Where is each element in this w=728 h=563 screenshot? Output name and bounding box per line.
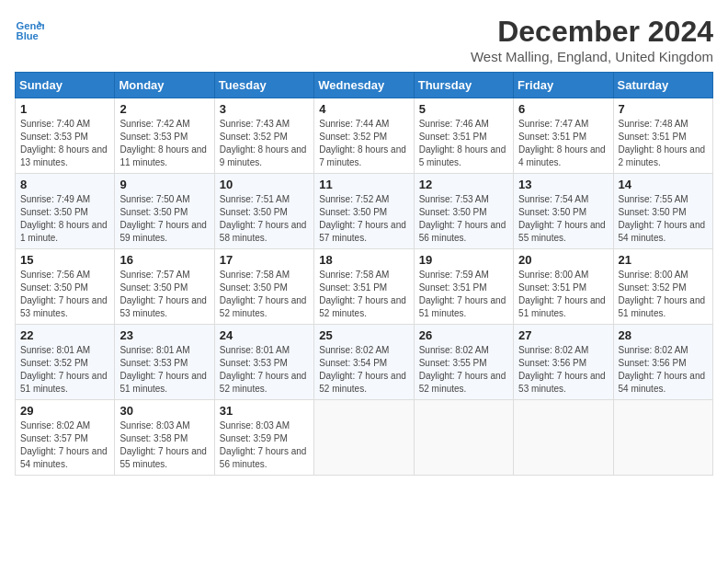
day-number: 7 [619, 102, 708, 116]
day-header-sunday: Sunday [16, 73, 115, 98]
calendar-cell: 19 Sunrise: 7:59 AM Sunset: 3:51 PM Dayl… [414, 249, 513, 325]
day-number: 21 [619, 253, 708, 267]
day-info: Sunrise: 8:01 AM Sunset: 3:53 PM Dayligh… [119, 344, 209, 396]
calendar-table: SundayMondayTuesdayWednesdayThursdayFrid… [15, 72, 713, 476]
calendar-week-3: 15 Sunrise: 7:56 AM Sunset: 3:50 PM Dayl… [16, 249, 713, 325]
calendar-cell [613, 400, 712, 476]
day-number: 14 [619, 178, 708, 191]
day-info: Sunrise: 7:49 AM Sunset: 3:50 PM Dayligh… [20, 193, 109, 245]
calendar-cell: 17 Sunrise: 7:58 AM Sunset: 3:50 PM Dayl… [214, 249, 313, 325]
day-number: 11 [319, 178, 408, 191]
day-number: 9 [119, 178, 209, 191]
calendar-cell: 23 Sunrise: 8:01 AM Sunset: 3:53 PM Dayl… [115, 325, 214, 400]
page-header: General Blue December 2024 West Malling,… [15, 15, 713, 64]
day-header-friday: Friday [514, 73, 613, 98]
calendar-cell: 30 Sunrise: 8:03 AM Sunset: 3:58 PM Dayl… [115, 400, 214, 476]
day-info: Sunrise: 7:46 AM Sunset: 3:51 PM Dayligh… [419, 118, 508, 169]
month-title: December 2024 [471, 15, 713, 49]
calendar-cell: 3 Sunrise: 7:43 AM Sunset: 3:52 PM Dayli… [214, 98, 313, 174]
day-info: Sunrise: 8:02 AM Sunset: 3:57 PM Dayligh… [20, 419, 109, 471]
day-number: 23 [119, 328, 209, 342]
day-number: 3 [220, 102, 309, 116]
calendar-cell: 25 Sunrise: 8:02 AM Sunset: 3:54 PM Dayl… [314, 325, 414, 400]
day-info: Sunrise: 8:02 AM Sunset: 3:54 PM Dayligh… [319, 344, 408, 396]
calendar-cell: 11 Sunrise: 7:52 AM Sunset: 3:50 PM Dayl… [314, 174, 414, 249]
day-info: Sunrise: 8:03 AM Sunset: 3:58 PM Dayligh… [119, 419, 209, 471]
calendar-cell: 8 Sunrise: 7:49 AM Sunset: 3:50 PM Dayli… [16, 174, 115, 249]
day-header-thursday: Thursday [414, 73, 513, 98]
calendar-cell: 29 Sunrise: 8:02 AM Sunset: 3:57 PM Dayl… [16, 400, 115, 476]
day-info: Sunrise: 7:43 AM Sunset: 3:52 PM Dayligh… [220, 118, 309, 169]
day-number: 29 [20, 404, 109, 418]
calendar-cell [314, 400, 414, 476]
day-header-wednesday: Wednesday [314, 73, 414, 98]
day-number: 5 [419, 102, 508, 116]
calendar-cell: 28 Sunrise: 8:02 AM Sunset: 3:56 PM Dayl… [613, 325, 712, 400]
calendar-cell: 5 Sunrise: 7:46 AM Sunset: 3:51 PM Dayli… [414, 98, 513, 174]
day-info: Sunrise: 7:40 AM Sunset: 3:53 PM Dayligh… [20, 118, 109, 169]
day-info: Sunrise: 7:52 AM Sunset: 3:50 PM Dayligh… [319, 193, 408, 245]
day-number: 26 [419, 328, 508, 342]
logo-icon: General Blue [15, 15, 44, 44]
calendar-cell: 22 Sunrise: 8:01 AM Sunset: 3:52 PM Dayl… [16, 325, 115, 400]
calendar-cell [514, 400, 613, 476]
day-number: 6 [518, 102, 608, 116]
calendar-cell: 7 Sunrise: 7:48 AM Sunset: 3:51 PM Dayli… [613, 98, 712, 174]
day-number: 27 [518, 328, 608, 342]
day-number: 12 [419, 178, 508, 191]
day-info: Sunrise: 7:56 AM Sunset: 3:50 PM Dayligh… [20, 269, 109, 320]
day-info: Sunrise: 7:59 AM Sunset: 3:51 PM Dayligh… [419, 269, 508, 320]
day-info: Sunrise: 8:03 AM Sunset: 3:59 PM Dayligh… [220, 419, 309, 471]
day-header-monday: Monday [115, 73, 214, 98]
day-info: Sunrise: 7:50 AM Sunset: 3:50 PM Dayligh… [119, 193, 209, 245]
day-number: 1 [20, 102, 109, 116]
day-info: Sunrise: 7:54 AM Sunset: 3:50 PM Dayligh… [518, 193, 608, 245]
day-info: Sunrise: 8:00 AM Sunset: 3:51 PM Dayligh… [518, 269, 608, 320]
day-info: Sunrise: 7:53 AM Sunset: 3:50 PM Dayligh… [419, 193, 508, 245]
day-info: Sunrise: 7:51 AM Sunset: 3:50 PM Dayligh… [220, 193, 309, 245]
day-info: Sunrise: 8:01 AM Sunset: 3:52 PM Dayligh… [20, 344, 109, 396]
calendar-cell: 10 Sunrise: 7:51 AM Sunset: 3:50 PM Dayl… [214, 174, 313, 249]
day-number: 31 [220, 404, 309, 418]
day-number: 16 [119, 253, 209, 267]
logo: General Blue [15, 15, 44, 44]
day-info: Sunrise: 7:58 AM Sunset: 3:50 PM Dayligh… [220, 269, 309, 320]
day-info: Sunrise: 7:57 AM Sunset: 3:50 PM Dayligh… [119, 269, 209, 320]
calendar-week-4: 22 Sunrise: 8:01 AM Sunset: 3:52 PM Dayl… [16, 325, 713, 400]
calendar-cell: 21 Sunrise: 8:00 AM Sunset: 3:52 PM Dayl… [613, 249, 712, 325]
day-number: 30 [119, 404, 209, 418]
calendar-cell: 24 Sunrise: 8:01 AM Sunset: 3:53 PM Dayl… [214, 325, 313, 400]
calendar-header-row: SundayMondayTuesdayWednesdayThursdayFrid… [16, 73, 713, 98]
calendar-cell: 18 Sunrise: 7:58 AM Sunset: 3:51 PM Dayl… [314, 249, 414, 325]
calendar-cell [414, 400, 513, 476]
calendar-cell: 13 Sunrise: 7:54 AM Sunset: 3:50 PM Dayl… [514, 174, 613, 249]
day-info: Sunrise: 7:44 AM Sunset: 3:52 PM Dayligh… [319, 118, 408, 169]
calendar-cell: 12 Sunrise: 7:53 AM Sunset: 3:50 PM Dayl… [414, 174, 513, 249]
day-number: 15 [20, 253, 109, 267]
day-number: 20 [518, 253, 608, 267]
day-info: Sunrise: 8:02 AM Sunset: 3:56 PM Dayligh… [518, 344, 608, 396]
calendar-cell: 31 Sunrise: 8:03 AM Sunset: 3:59 PM Dayl… [214, 400, 313, 476]
day-number: 8 [20, 178, 109, 191]
day-info: Sunrise: 7:55 AM Sunset: 3:50 PM Dayligh… [619, 193, 708, 245]
calendar-cell: 15 Sunrise: 7:56 AM Sunset: 3:50 PM Dayl… [16, 249, 115, 325]
calendar-week-1: 1 Sunrise: 7:40 AM Sunset: 3:53 PM Dayli… [16, 98, 713, 174]
day-number: 22 [20, 328, 109, 342]
calendar-cell: 16 Sunrise: 7:57 AM Sunset: 3:50 PM Dayl… [115, 249, 214, 325]
day-number: 10 [220, 178, 309, 191]
day-info: Sunrise: 7:47 AM Sunset: 3:51 PM Dayligh… [518, 118, 608, 169]
day-info: Sunrise: 7:48 AM Sunset: 3:51 PM Dayligh… [619, 118, 708, 169]
day-number: 17 [220, 253, 309, 267]
day-number: 28 [619, 328, 708, 342]
day-info: Sunrise: 8:02 AM Sunset: 3:55 PM Dayligh… [419, 344, 508, 396]
day-number: 25 [319, 328, 408, 342]
day-info: Sunrise: 7:58 AM Sunset: 3:51 PM Dayligh… [319, 269, 408, 320]
svg-text:Blue: Blue [17, 30, 39, 41]
calendar-cell: 6 Sunrise: 7:47 AM Sunset: 3:51 PM Dayli… [514, 98, 613, 174]
day-number: 13 [518, 178, 608, 191]
day-info: Sunrise: 8:02 AM Sunset: 3:56 PM Dayligh… [619, 344, 708, 396]
day-number: 19 [419, 253, 508, 267]
calendar-cell: 26 Sunrise: 8:02 AM Sunset: 3:55 PM Dayl… [414, 325, 513, 400]
calendar-cell: 9 Sunrise: 7:50 AM Sunset: 3:50 PM Dayli… [115, 174, 214, 249]
day-header-saturday: Saturday [613, 73, 712, 98]
